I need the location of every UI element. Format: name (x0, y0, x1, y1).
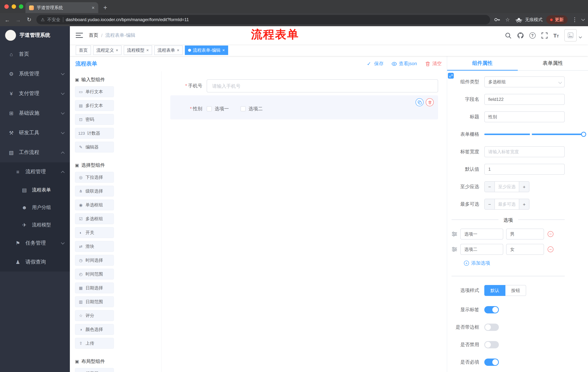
browser-menu-icon[interactable]: ⋮ (571, 16, 578, 23)
sidebar-item-process-form[interactable]: ▤ 流程表单 (0, 181, 70, 199)
view-json-button[interactable]: 查看json (391, 60, 417, 67)
forward-icon[interactable]: → (15, 17, 22, 23)
field-name-input[interactable] (484, 94, 565, 105)
link-icon[interactable] (448, 73, 454, 79)
palette-item[interactable]: ⋔ 级联选择 (75, 186, 114, 197)
browser-tab[interactable]: 芋道管理系统 × (25, 2, 98, 13)
tab-process-form-edit[interactable]: 流程表单-编辑 × (185, 45, 228, 55)
sidebar-item-task-management[interactable]: ⚑ 任务管理 (0, 234, 70, 253)
close-icon[interactable]: × (116, 48, 118, 53)
github-icon[interactable] (517, 32, 524, 39)
clear-button[interactable]: 清空 (425, 60, 442, 67)
maximize-window-button[interactable] (19, 4, 23, 9)
palette-item[interactable]: ✎ 编辑器 (75, 142, 114, 152)
tab-process-model[interactable]: 流程模型 × (124, 45, 152, 55)
back-icon[interactable]: ← (4, 17, 11, 23)
bookmark-star-icon[interactable]: ☆ (504, 17, 511, 22)
sidebar-item-user-group[interactable]: ☻ 用户分组 (0, 199, 70, 216)
max-select-input[interactable] (495, 199, 519, 209)
palette-item[interactable]: ◉ 单选框组 (75, 200, 114, 210)
component-type-select[interactable] (484, 76, 565, 87)
update-button[interactable]: 更新 (546, 15, 568, 24)
tab-home[interactable]: 首页 (76, 45, 91, 55)
show-label-switch[interactable] (484, 306, 499, 313)
min-select-input[interactable] (495, 182, 519, 192)
palette-item[interactable]: ▭ 单行文本 (75, 86, 114, 97)
increase-button[interactable]: + (519, 182, 529, 192)
fullscreen-icon[interactable] (541, 32, 548, 39)
close-icon[interactable]: × (222, 48, 225, 53)
address-bar[interactable]: ⚠ 不安全 dashboard.yudao.iocoder.cn/bpm/man… (36, 15, 490, 24)
slider-handle[interactable] (581, 132, 586, 137)
option-label-input[interactable] (460, 244, 503, 255)
sidebar-item-leave-query[interactable]: ♟ 请假查询 (0, 253, 70, 272)
style-button-button[interactable]: 按钮 (505, 285, 526, 296)
tab-component-props[interactable]: 组件属性 (447, 56, 518, 70)
palette-item[interactable]: ☑ 多选框组 (75, 213, 114, 224)
sidebar-logo[interactable]: 芋道管理系统 (0, 26, 70, 44)
gender-field-selected[interactable]: 性别 选项一 选项二 (170, 95, 438, 119)
hamburger-icon[interactable] (76, 33, 83, 38)
chevron-down-icon[interactable] (579, 35, 582, 38)
new-tab-button[interactable]: + (103, 4, 107, 12)
grid-slider[interactable] (484, 134, 584, 135)
tab-process-form[interactable]: 流程表单 × (154, 45, 183, 55)
style-default-button[interactable]: 默认 (484, 285, 505, 296)
minimize-window-button[interactable] (12, 4, 16, 9)
with-border-switch[interactable] (484, 324, 499, 331)
sidebar-item-process-model[interactable]: ✈ 流程模型 (0, 216, 70, 234)
palette-item[interactable]: ◴ 时间范围 (75, 269, 114, 279)
required-switch[interactable] (484, 359, 499, 366)
delete-field-button[interactable] (426, 98, 434, 106)
option-label-input[interactable] (460, 229, 503, 240)
close-icon[interactable]: × (146, 48, 149, 53)
component-type-value[interactable] (484, 76, 565, 87)
remove-option-button[interactable]: − (548, 231, 553, 237)
palette-item[interactable]: ☆ 评分 (75, 310, 114, 321)
breadcrumb-home[interactable]: 首页 (89, 32, 98, 39)
palette-item[interactable]: ◑ 颜色选择 (75, 324, 114, 335)
sidebar-item-system[interactable]: ⚙ 系统管理 (0, 64, 70, 84)
palette-item[interactable]: ⇧ 上传 (75, 338, 114, 349)
palette-item[interactable]: ⊡ 密码 (75, 114, 114, 125)
sidebar-item-workflow[interactable]: ▧ 工作流程 (0, 143, 70, 162)
gender-option-1[interactable]: 选项一 (207, 106, 229, 112)
font-size-icon[interactable]: TT (553, 32, 559, 38)
copy-field-button[interactable] (416, 98, 423, 106)
decrease-button[interactable]: − (485, 182, 495, 192)
reload-icon[interactable]: ↻ (25, 16, 33, 23)
sidebar-item-payment[interactable]: ¥ 支付管理 (0, 84, 70, 103)
avatar[interactable] (564, 29, 577, 42)
drag-handle-icon[interactable] (452, 231, 457, 237)
palette-item[interactable]: ▤ 多行文本 (75, 100, 114, 111)
title-input[interactable] (484, 111, 565, 122)
phone-field-row[interactable]: 手机号 (170, 79, 438, 93)
help-icon[interactable]: ? (529, 32, 536, 38)
add-option-button[interactable]: + 添加选项 (464, 260, 565, 266)
password-key-icon[interactable] (494, 16, 500, 23)
option-value-input[interactable] (506, 244, 544, 255)
tab-form-props[interactable]: 表单属性 (518, 56, 588, 70)
search-icon[interactable] (504, 32, 511, 39)
close-window-button[interactable] (4, 4, 9, 9)
palette-item[interactable]: ◷ 时间选择 (75, 255, 114, 266)
sidebar-item-devtools[interactable]: ⚒ 研发工具 (0, 123, 70, 143)
label-width-input[interactable] (484, 146, 565, 157)
phone-input[interactable] (207, 79, 438, 93)
option-value-input[interactable] (506, 229, 544, 240)
palette-item[interactable]: ▥ 日期范围 (75, 296, 114, 307)
close-icon[interactable]: × (177, 48, 179, 53)
disabled-switch[interactable] (484, 341, 499, 348)
sidebar-item-process-management[interactable]: ≡ 流程管理 (0, 162, 70, 181)
remove-option-button[interactable]: − (548, 246, 553, 252)
tab-process-definition[interactable]: 流程定义 × (93, 45, 122, 55)
save-button[interactable]: ✓ 保存 (367, 60, 384, 67)
palette-item[interactable]: ◫ 行容器 (75, 368, 114, 372)
palette-item[interactable]: ◐ 开关 (75, 227, 114, 238)
sidebar-item-home[interactable]: ⌂ 首页 (0, 44, 70, 64)
palette-item[interactable]: ▦ 日期选择 (75, 282, 114, 293)
palette-item[interactable]: 123 计数器 (75, 128, 114, 139)
palette-item[interactable]: ⇄ 滑块 (75, 241, 114, 252)
default-value-input[interactable] (484, 164, 565, 175)
palette-item[interactable]: ◎ 下拉选择 (75, 172, 114, 183)
